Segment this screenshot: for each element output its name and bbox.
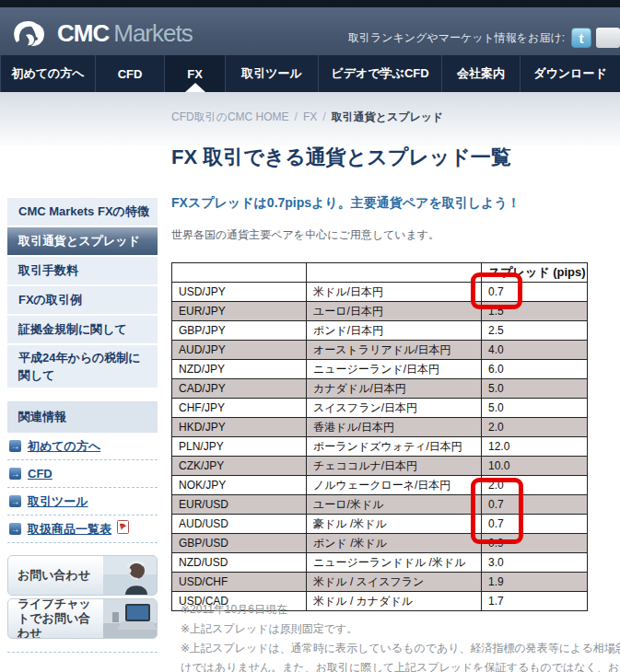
- page: { "header": { "brand_cmc": "CMC", "brand…: [0, 0, 620, 672]
- note-line: ※上記スプレッドは、通常時に表示しているものであり、経済指標の発表等による相場急…: [181, 639, 620, 658]
- table-row: NZD/JPY ニュージーランド/日本円 6.0: [172, 360, 588, 379]
- name-cell: 香港ドル/日本円: [307, 418, 482, 437]
- table-row: AUD/USD 豪ドル /米ドル 0.7: [172, 515, 588, 534]
- active-tab-pointer-icon: [185, 83, 205, 92]
- headset-operator-photo: [103, 556, 157, 595]
- breadcrumb: CFD取引のCMC HOME/FX/取引通貨とスプレッド: [171, 110, 443, 125]
- spread-table: スプレッド (pips) USD/JPY 米ドル/日本円 0.7 EUR/JPY…: [171, 262, 588, 611]
- nav-item-label: CFD: [118, 67, 143, 81]
- pair-cell: EUR/JPY: [172, 302, 307, 321]
- top-strip: [0, 0, 620, 7]
- nav-item[interactable]: ダウンロード: [520, 55, 620, 92]
- spread-table-wrap: スプレッド (pips) USD/JPY 米ドル/日本円 0.7 EUR/JPY…: [171, 262, 588, 611]
- breadcrumb-separator: /: [295, 110, 298, 123]
- name-cell: ポンド /米ドル: [307, 534, 482, 553]
- pair-cell: HKD/JPY: [172, 418, 307, 437]
- breadcrumb-link-home[interactable]: CFD取引のCMC HOME: [171, 110, 289, 123]
- table-row: CAD/JPY カナダドル/日本円 5.0: [172, 379, 588, 399]
- nav-item-label: ビデオで学ぶCFD: [331, 65, 428, 82]
- name-cell: スイスフラン/日本円: [307, 399, 482, 418]
- related-link-label: 取引ツール: [28, 493, 88, 510]
- table-row: CHF/JPY スイスフラン/日本円 5.0: [172, 399, 588, 418]
- nav-item[interactable]: CFD: [95, 55, 164, 92]
- related-link[interactable]: → 取扱商品一覧表: [7, 516, 158, 543]
- laptop-photo: [103, 599, 157, 638]
- sidebar-item[interactable]: 証拠金規制に関して: [7, 316, 158, 343]
- sidebar-item[interactable]: CMC Markets FXの特徴: [7, 198, 158, 226]
- name-cell: ニュージーランド/日本円: [307, 360, 482, 379]
- sidebar-item-label: 取引手数料: [18, 263, 78, 277]
- name-cell: ノルウェークローネ/日本円: [307, 476, 482, 495]
- red-highlight-annotation-usd-pairs: [471, 478, 523, 544]
- related-info-header: 関連情報: [7, 401, 158, 433]
- red-highlight-annotation-usdjpy: [471, 272, 522, 309]
- social-banner-text: 取引ランキングやマーケット情報をお届け:: [348, 30, 565, 46]
- spread-cell: 5.0: [482, 379, 588, 399]
- twitter-icon[interactable]: t: [571, 28, 591, 48]
- breadcrumb-separator: /: [322, 110, 325, 123]
- spread-cell: 10.0: [482, 457, 588, 476]
- nav-item[interactable]: ビデオで学ぶCFD: [318, 55, 441, 92]
- name-cell: 米ドル/日本円: [307, 283, 482, 302]
- sidebar-item[interactable]: 取引手数料: [7, 257, 158, 284]
- breadcrumb-current: 取引通貨とスプレッド: [332, 110, 444, 123]
- spread-cell: 2.5: [482, 321, 588, 341]
- sidebar-item[interactable]: 平成24年からの税制に関して: [7, 345, 158, 388]
- related-link-label: CFD: [28, 467, 53, 481]
- live-chat-banner[interactable]: ライブチャットでお問い合わせ: [7, 598, 158, 639]
- table-row: PLN/JPY ポーランドズウォティ/日本円 12.0: [172, 437, 588, 457]
- related-link[interactable]: → 取引ツール: [7, 488, 158, 516]
- sidebar-item[interactable]: 取引通貨とスプレッド: [7, 227, 158, 255]
- table-row: CZK/JPY チェココルナ/日本円 10.0: [172, 457, 588, 476]
- pair-cell: PLN/JPY: [172, 437, 307, 457]
- pair-cell: CAD/JPY: [172, 379, 307, 399]
- pair-cell: CHF/JPY: [172, 399, 307, 418]
- spread-cell: 1.9: [482, 573, 588, 592]
- nav-item[interactable]: 会社案内: [441, 55, 520, 92]
- cmc-logo[interactable]: CMC Markets: [9, 15, 193, 52]
- name-cell: ニュージーランドドル /米ドル: [307, 553, 482, 573]
- nav-item[interactable]: 初めての方へ: [0, 55, 95, 92]
- page-subtitle: FXスプレッドは0.7pipsより。主要通貨ペアを取引しよう！: [171, 195, 521, 212]
- arrow-right-icon: →: [9, 468, 21, 480]
- sidebar-item[interactable]: FXの取引例: [7, 286, 158, 314]
- pair-cell: EUR/USD: [172, 495, 307, 515]
- contact-banner[interactable]: お問い合わせ: [7, 555, 158, 596]
- table-row: EUR/USD ユーロ/米ドル 0.7: [172, 495, 588, 515]
- nav-item-label: 初めての方へ: [11, 65, 84, 82]
- sidebar-item-label: 証拠金規制に関して: [18, 322, 127, 336]
- sidebar-dashed-divider: [7, 652, 158, 653]
- table-row: EUR/JPY ユーロ/日本円 1.5: [172, 302, 588, 321]
- clipped-social-icon[interactable]: [596, 28, 620, 48]
- related-link-label: 初めての方へ: [28, 438, 100, 455]
- pair-cell: CZK/JPY: [172, 457, 307, 476]
- table-row: USD/JPY 米ドル/日本円 0.7: [172, 283, 588, 302]
- spread-cell: 12.0: [482, 437, 588, 457]
- site-header: CMC Markets 取引ランキングやマーケット情報をお届け: t: [0, 7, 620, 55]
- page-title: FX 取引できる通貨とスプレッド一覧: [171, 144, 511, 171]
- pair-cell: GBP/JPY: [172, 321, 307, 341]
- table-row: NZD/USD ニュージーランドドル /米ドル 3.0: [172, 553, 588, 573]
- related-link[interactable]: → CFD: [7, 460, 158, 488]
- pair-cell: USD/CHF: [172, 573, 307, 592]
- note-line: ※上記スプレッドは原則固定です。: [181, 620, 620, 639]
- intro-text: 世界各国の通貨主要ペアを中心にご用意しています。: [171, 227, 439, 243]
- pair-cell: GBP/USD: [172, 534, 307, 553]
- pair-header-cell: [172, 263, 307, 283]
- pair-cell: AUD/USD: [172, 515, 307, 534]
- table-row: NOK/JPY ノルウェークローネ/日本円 2.0: [172, 476, 588, 495]
- breadcrumb-link-fx[interactable]: FX: [303, 110, 317, 123]
- related-link[interactable]: → 初めての方へ: [7, 433, 158, 460]
- nav-item[interactable]: FX: [164, 55, 225, 92]
- arrow-right-icon: →: [9, 495, 21, 507]
- pair-cell: NZD/USD: [172, 553, 307, 573]
- related-links: → 初めての方へ → CFD: [7, 433, 158, 543]
- name-cell: カナダドル/日本円: [307, 379, 482, 399]
- name-cell: オーストラリアドル/日本円: [307, 341, 482, 360]
- name-header-cell: [307, 263, 482, 283]
- main-nav: 初めての方へ CFD FX 取引ツール ビデオで学ぶCFD 会社案内 ダウンロー…: [0, 55, 620, 92]
- contact-banner-label: お問い合わせ: [8, 568, 100, 583]
- name-cell: 豪ドル /米ドル: [307, 515, 482, 534]
- nav-item[interactable]: 取引ツール: [225, 55, 318, 92]
- sidebar-item-label: 平成24年からの税制に関して: [18, 351, 141, 382]
